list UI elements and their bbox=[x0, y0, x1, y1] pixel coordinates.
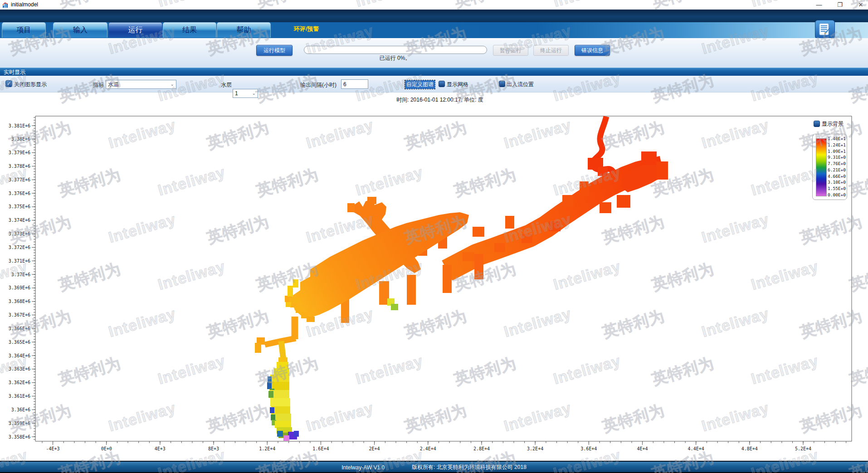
x-tick-label: 4.8E+4 bbox=[741, 446, 758, 451]
colorbar-value: 7.76E+0 bbox=[828, 161, 846, 166]
interval-input[interactable] bbox=[341, 79, 368, 89]
watermark-text: Inteliway bbox=[156, 163, 227, 200]
document-pencil-icon bbox=[818, 23, 832, 36]
close-button[interactable]: ✕ bbox=[857, 0, 864, 10]
colorbar-labels: 1.40E+11.24E+11.09E+19.31E+07.76E+06.21E… bbox=[828, 137, 846, 197]
river-channel bbox=[593, 117, 614, 181]
watermark-text: 英特利为 bbox=[205, 400, 271, 438]
tail-cells bbox=[267, 357, 299, 441]
watermark-text: Inteliway bbox=[749, 352, 820, 388]
watermark-text: 英特利为 bbox=[600, 400, 667, 438]
close-graphics-checkbox[interactable]: ✓ bbox=[5, 80, 12, 87]
colorbar-value: 0.00E+0 bbox=[828, 193, 846, 197]
x-tick-label: 2.8E+4 bbox=[473, 446, 490, 451]
y-tick-label: 3.37E+6 bbox=[11, 272, 30, 277]
env-warning-label: 环评/预警 bbox=[294, 25, 319, 33]
inout-flow-label: 出入流位置 bbox=[507, 81, 534, 88]
layer-select[interactable]: 1 ⌄ bbox=[233, 89, 258, 98]
chevron-down-icon: ⌄ bbox=[252, 91, 256, 96]
realtime-section-header: 实时显示 bbox=[0, 68, 868, 76]
watermark-text: Inteliway bbox=[700, 116, 771, 152]
x-tick-label: 4E+4 bbox=[637, 446, 648, 451]
watermark-text: Inteliway bbox=[749, 163, 820, 200]
copyright-text: 版权所有: 北京英特利为环境科技有限公司 2018 bbox=[412, 463, 527, 471]
tab-project[interactable]: 项目 bbox=[2, 22, 46, 38]
watermark-text: Inteliway bbox=[502, 116, 573, 152]
watermark-text: 英特利为 bbox=[205, 117, 271, 155]
watermark-text: Inteliway bbox=[107, 116, 178, 152]
x-tick-label: 0E+0 bbox=[101, 446, 112, 451]
terminate-run-button[interactable]: 终止运行 bbox=[533, 45, 569, 56]
layer-label: 水层 bbox=[221, 81, 232, 89]
watermark-text: Inteliway bbox=[551, 258, 623, 294]
y-tick-label: 3.376E+6 bbox=[9, 191, 30, 196]
watermark-text: Inteliway bbox=[354, 163, 425, 200]
indicator-select[interactable]: 水温 ⌄ bbox=[106, 80, 176, 89]
minimize-button[interactable]: — bbox=[815, 0, 823, 10]
watermark-text: 英特利为 bbox=[7, 211, 73, 249]
y-tick-label: 3.361E+6 bbox=[9, 394, 30, 399]
x-tick-label: 5.2E+4 bbox=[795, 446, 811, 451]
show-background-label: 显示背景 bbox=[822, 120, 844, 128]
custom-spectrum-button[interactable]: 自定义图谱 bbox=[405, 80, 435, 89]
show-grid-checkbox[interactable] bbox=[439, 81, 445, 87]
watermark-text: 英特利为 bbox=[56, 164, 123, 202]
watermark-text: 英特利为 bbox=[7, 117, 73, 155]
x-tick-label: 1.6E+4 bbox=[312, 446, 329, 451]
watermark-text: 英特利为 bbox=[402, 400, 469, 438]
y-tick-label: 3.372E+6 bbox=[9, 245, 30, 250]
x-tick-label: 3.2E+4 bbox=[527, 446, 543, 451]
tab-results[interactable]: 结果 bbox=[163, 22, 216, 38]
error-info-button[interactable]: 错误信息 bbox=[575, 45, 610, 56]
product-version: Intelway-AW V1.0 bbox=[341, 464, 385, 471]
watermark-text: Inteliway bbox=[156, 352, 227, 388]
indicator-value: 水温 bbox=[108, 81, 119, 88]
watermark-text: Inteliway bbox=[107, 210, 178, 247]
chevron-down-icon: ⌄ bbox=[171, 82, 174, 87]
watermark-text: Inteliway bbox=[0, 258, 29, 294]
watermark-text: 英特利为 bbox=[402, 117, 469, 155]
watermark-text: 英特利为 bbox=[452, 258, 518, 296]
show-background-checkbox[interactable] bbox=[814, 121, 820, 127]
y-tick-label: 3.363E+6 bbox=[9, 366, 30, 371]
watermark-text: Inteliway bbox=[0, 352, 29, 388]
watermark-text: 英特利为 bbox=[649, 164, 716, 202]
colorbar-value: 9.31E+0 bbox=[828, 155, 846, 160]
layer-value: 1 bbox=[235, 90, 238, 97]
interval-label: 输出间隔(小时) bbox=[300, 81, 336, 89]
y-tick-label: 3.381E+6 bbox=[9, 123, 30, 128]
watermark-text: Inteliway bbox=[354, 258, 425, 294]
run-model-button[interactable]: 运行模型 bbox=[256, 45, 293, 56]
watermark-text: Inteliway bbox=[304, 305, 375, 341]
colorbar-value: 1.55E+0 bbox=[828, 186, 846, 191]
tab-input[interactable]: 输入 bbox=[53, 22, 107, 38]
x-tick-label: 4.4E+4 bbox=[688, 446, 704, 451]
tab-run[interactable]: 运行 bbox=[108, 22, 162, 38]
watermark-text: Inteliway bbox=[502, 210, 573, 247]
watermark-text: 英特利为 bbox=[600, 211, 667, 249]
x-tick-label: 4E+3 bbox=[155, 446, 166, 451]
watermark-text: Inteliway bbox=[551, 352, 623, 388]
inout-flow-checkbox[interactable] bbox=[499, 81, 505, 87]
watermark-text: 英特利为 bbox=[600, 117, 667, 155]
watermark-text: Inteliway bbox=[107, 305, 178, 341]
watermark-text: 英特利为 bbox=[798, 211, 864, 249]
colorbar-legend: 1.40E+11.24E+11.09E+19.31E+07.76E+06.21E… bbox=[812, 134, 847, 200]
colorbar-value: 1.40E+1 bbox=[828, 137, 846, 141]
watermark-text: Inteliway bbox=[304, 210, 375, 247]
watermark-text: Inteliway bbox=[700, 210, 771, 247]
watermark-text: 英特利为 bbox=[649, 353, 716, 390]
tab-help[interactable]: 帮助 bbox=[217, 22, 271, 38]
restore-button[interactable]: ❐ bbox=[836, 0, 844, 10]
y-tick-label: 3.366E+6 bbox=[9, 326, 30, 331]
y-tick-label: 3.371E+6 bbox=[9, 258, 30, 263]
watermark-text: Inteliway bbox=[749, 258, 820, 294]
watermark-text: Inteliway bbox=[354, 352, 425, 388]
pause-run-button[interactable]: 暂停运行 bbox=[493, 45, 528, 56]
y-tick-label: 3.375E+6 bbox=[9, 204, 30, 209]
titlebar: initialmodel — ❐ ✕ bbox=[0, 0, 868, 10]
watermark-text: 英特利为 bbox=[847, 164, 868, 202]
notes-button[interactable] bbox=[815, 20, 835, 39]
watermark-text: 英特利为 bbox=[7, 306, 73, 343]
x-tick-label: 1.2E+4 bbox=[259, 446, 275, 451]
